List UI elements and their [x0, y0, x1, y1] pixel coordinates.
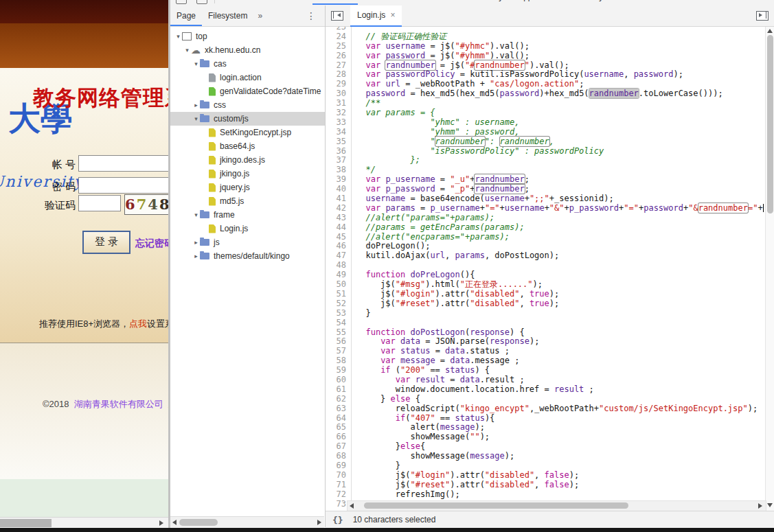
code-line-33[interactable]: 33 "yhmc" : username, — [326, 118, 765, 128]
line-number[interactable]: 47 — [326, 251, 352, 261]
navigator-overflow-menu-icon[interactable]: ⋮ — [298, 10, 325, 21]
tree-expander-icon[interactable]: ▾ — [192, 60, 200, 67]
tree-expander-icon[interactable]: ▾ — [174, 33, 182, 40]
line-number[interactable]: 57 — [326, 347, 352, 356]
editor-tab-loginjs[interactable]: Login.js × — [350, 5, 402, 27]
tree-item-login.action[interactable]: login.action — [170, 71, 325, 84]
main-tab-application[interactable]: Application — [510, 0, 566, 5]
line-number[interactable]: 43 — [326, 213, 352, 223]
account-input[interactable] — [78, 155, 168, 172]
code-line-51[interactable]: 51 j$("#login").attr("disabled", true); — [326, 290, 765, 299]
code-editor[interactable]: 2324 // 验证码正确性验证25 var username = j$("#y… — [326, 27, 765, 511]
main-tab-sources[interactable]: Sources — [312, 0, 358, 5]
line-number[interactable]: 24 — [326, 32, 352, 42]
code-line-70[interactable]: 70 j$("#login").attr("disabled", false); — [326, 471, 765, 481]
line-number[interactable]: 33 — [326, 118, 352, 128]
tree-item-css[interactable]: ▸css — [170, 98, 325, 112]
line-number[interactable]: 66 — [326, 432, 352, 442]
tree-expander-icon[interactable]: ▸ — [192, 253, 200, 259]
main-tab-console[interactable]: Console — [267, 0, 312, 5]
line-number[interactable]: 59 — [326, 366, 352, 375]
editor-scroll-left-arrow-icon[interactable] — [350, 503, 354, 509]
company-link[interactable]: 湖南青果软件有限公司 — [74, 399, 163, 409]
code-line-66[interactable]: 66 showMessage(""); — [326, 432, 765, 442]
line-number[interactable]: 42 — [326, 204, 352, 213]
code-line-25[interactable]: 25 var username = j$("#yhmc").val(); — [326, 42, 765, 51]
editor-vscrollbar-thumb[interactable] — [767, 35, 773, 213]
code-line-50[interactable]: 50 j$("#msg").html("正在登录......"); — [326, 280, 765, 290]
note-click-me-link[interactable]: 点我 — [129, 319, 147, 329]
tree-item-frame[interactable]: ▾frame — [170, 208, 325, 222]
line-number[interactable]: 48 — [326, 261, 352, 270]
line-number[interactable]: 61 — [326, 385, 352, 395]
line-number[interactable]: 28 — [326, 70, 352, 80]
line-number[interactable]: 63 — [326, 404, 352, 414]
code-line-68[interactable]: 68 showMessage(message); — [326, 452, 765, 461]
tree-item-jquery.js[interactable]: jquery.js — [170, 181, 325, 194]
code-line-72[interactable]: 72 refreshImg(); — [326, 490, 765, 500]
line-number[interactable]: 58 — [326, 356, 352, 366]
tree-item-genvalidatecode-datetime[interactable]: genValidateCode?dateTime — [170, 84, 325, 98]
line-number[interactable]: 41 — [326, 194, 352, 204]
line-number[interactable]: 30 — [326, 89, 352, 99]
line-number[interactable]: 31 — [326, 99, 352, 108]
line-number[interactable]: 68 — [326, 452, 352, 461]
tree-item-jkingo.des.js[interactable]: jkingo.des.js — [170, 153, 325, 167]
editor-hscrollbar-thumb[interactable] — [364, 502, 628, 509]
page-scrollbar-thumb[interactable] — [0, 519, 52, 527]
code-line-42[interactable]: 42 var params = p_username+"="+username+… — [326, 204, 765, 213]
inspect-element-icon[interactable] — [176, 0, 187, 4]
code-line-61[interactable]: 61 window.document.location.href = resul… — [326, 385, 765, 395]
editor-scroll-right-arrow-icon[interactable] — [758, 503, 762, 509]
code-line-59[interactable]: 59 if ("200" == status) { — [326, 366, 765, 375]
tree-item-setkingoencypt.jsp[interactable]: SetKingoEncypt.jsp — [170, 126, 325, 139]
tree-item-custom-js[interactable]: ▾custom/js — [170, 112, 325, 126]
line-number[interactable]: 49 — [326, 270, 352, 280]
line-number[interactable]: 60 — [326, 375, 352, 385]
code-line-26[interactable]: 26 var password = j$("#yhmm").val(); — [326, 51, 765, 61]
code-line-49[interactable]: 49 function doPreLogon(){ — [326, 270, 765, 280]
code-line-54[interactable]: 54 — [326, 319, 765, 328]
code-line-28[interactable]: 28 var passwordPolicy = kutil.isPassword… — [326, 70, 765, 80]
line-number[interactable]: 51 — [326, 290, 352, 299]
line-number[interactable]: 50 — [326, 280, 352, 290]
code-line-46[interactable]: 46 doPreLogon(); — [326, 242, 765, 251]
main-tab-audits[interactable]: Audits — [611, 0, 648, 5]
navigator-scrollbar-thumb[interactable] — [179, 519, 218, 526]
line-number[interactable]: 70 — [326, 471, 352, 481]
tree-expander-icon[interactable]: ▾ — [183, 47, 191, 54]
line-number[interactable]: 72 — [326, 490, 352, 500]
navigator-scroll-right-arrow-icon[interactable] — [317, 520, 321, 525]
line-number[interactable]: 54 — [326, 319, 352, 328]
line-number[interactable]: 44 — [326, 223, 352, 233]
main-tab-memory[interactable]: Memory — [466, 0, 510, 5]
navigator-horizontal-scrollbar[interactable] — [170, 516, 324, 528]
captcha-image[interactable]: 6748 — [124, 194, 168, 215]
code-line-24[interactable]: 24 // 验证码正确性验证 — [326, 32, 765, 42]
pretty-print-icon[interactable]: {} — [326, 515, 353, 525]
navigator-tab-filesystem[interactable]: Filesystem — [202, 6, 253, 26]
line-number[interactable]: 36 — [326, 147, 352, 157]
code-line-63[interactable]: 63 reloadScript("kingo_encypt",_webRootP… — [326, 404, 765, 414]
tree-item-js[interactable]: ▸js — [170, 235, 325, 249]
code-line-45[interactable]: 45 //alert("encparams="+params); — [326, 233, 765, 242]
code-line-56[interactable]: 56 var data = JSON.parse(response); — [326, 337, 765, 347]
code-line-40[interactable]: 40 var p_password = "_p"+randnumber; — [326, 185, 765, 194]
editor-vertical-scrollbar[interactable] — [765, 27, 774, 511]
line-number[interactable]: 27 — [326, 61, 352, 71]
login-button[interactable]: 登 录 — [82, 231, 130, 254]
line-number[interactable]: 69 — [326, 461, 352, 471]
line-number[interactable]: 39 — [326, 175, 352, 185]
main-tab-performance[interactable]: Performance — [403, 0, 466, 5]
line-number[interactable]: 53 — [326, 309, 352, 319]
code-line-47[interactable]: 47 kutil.doAjax(url, params, doPostLogon… — [326, 251, 765, 261]
code-line-62[interactable]: 62 } else { — [326, 395, 765, 404]
tree-item-login.js[interactable]: Login.js — [170, 222, 325, 235]
line-number[interactable]: 71 — [326, 481, 352, 490]
code-line-30[interactable]: 30 password = hex_md5(hex_md5(password)+… — [326, 89, 765, 99]
main-tab-elements[interactable]: Elements — [218, 0, 267, 5]
line-number[interactable]: 67 — [326, 442, 352, 452]
code-line-65[interactable]: 65 alert(message); — [326, 423, 765, 432]
line-number[interactable]: 64 — [326, 414, 352, 424]
line-number[interactable]: 38 — [326, 165, 352, 175]
